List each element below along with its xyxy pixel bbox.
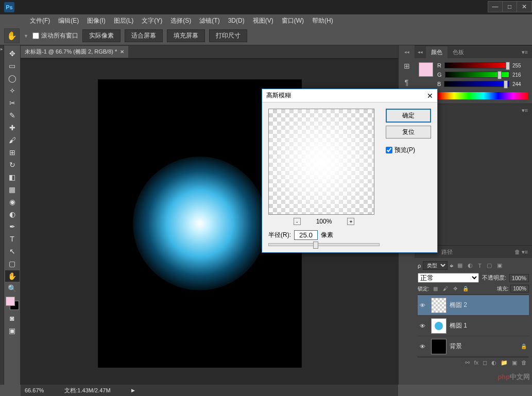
shape-tool[interactable]: ▢ — [5, 258, 20, 269]
menu-select[interactable]: 选择(S) — [166, 16, 195, 25]
menu-layer[interactable]: 图层(L) — [110, 16, 138, 25]
fill-value[interactable]: 100% — [510, 285, 529, 292]
hand-tool-icon[interactable]: ✋ — [4, 28, 20, 43]
ok-button[interactable]: 确定 — [386, 109, 431, 123]
brush-tool[interactable]: 🖌 — [5, 134, 20, 146]
gradient-tool[interactable]: ▦ — [5, 184, 20, 195]
lock-transparent-icon[interactable]: ▦ — [432, 286, 439, 291]
menu-edit[interactable]: 编辑(E) — [54, 16, 83, 25]
trash-icon[interactable]: 🗑 ▾≡ — [510, 249, 532, 255]
color-tab[interactable]: 颜色 — [426, 46, 448, 58]
scroll-all-input[interactable] — [32, 32, 39, 39]
dodge-tool[interactable]: ◐ — [5, 209, 20, 220]
filter-pixel-icon[interactable]: ▦ — [456, 262, 464, 269]
character-icon[interactable]: ¶ — [402, 77, 412, 88]
dropdown-icon[interactable]: ▼ — [24, 33, 28, 39]
zoom-out-icon[interactable]: - — [294, 218, 301, 225]
magic-wand-tool[interactable]: ✧ — [5, 85, 20, 96]
type-tool[interactable]: T — [5, 233, 20, 245]
new-layer-icon[interactable]: ▣ — [512, 359, 517, 366]
menu-type[interactable]: 文字(Y) — [138, 16, 166, 25]
move-tool[interactable]: ✥ — [5, 48, 20, 59]
zoom-in-icon[interactable]: + — [347, 218, 354, 225]
zoom-level[interactable]: 66.67% — [25, 387, 44, 393]
b-value[interactable]: 244 — [512, 81, 528, 87]
dialog-close-icon[interactable]: ✕ — [427, 92, 433, 100]
filter-adjust-icon[interactable]: ◐ — [466, 262, 474, 269]
fit-screen-button[interactable]: 适合屏幕 — [125, 29, 163, 42]
menu-help[interactable]: 帮助(H) — [308, 16, 337, 25]
layer-thumbnail[interactable] — [431, 298, 447, 313]
g-slider[interactable] — [445, 72, 509, 78]
layer-style-icon[interactable]: fx — [474, 359, 478, 366]
color-preview-swatch[interactable] — [419, 62, 433, 77]
filter-shape-icon[interactable]: ▢ — [485, 262, 493, 269]
healing-tool[interactable]: ✚ — [5, 122, 20, 133]
menu-filter[interactable]: 滤镜(T) — [195, 16, 224, 25]
menu-file[interactable]: 文件(F) — [26, 16, 54, 25]
dialog-preview[interactable] — [268, 109, 374, 215]
screen-mode-tool[interactable]: ▣ — [5, 325, 20, 336]
r-slider[interactable] — [444, 62, 509, 68]
adjustment-layer-icon[interactable]: ◐ — [491, 359, 496, 366]
quick-mask-tool[interactable]: ◙ — [5, 313, 20, 324]
layer-thumbnail[interactable] — [431, 339, 447, 354]
scroll-all-windows-checkbox[interactable]: 滚动所有窗口 — [32, 31, 78, 40]
swatches-tab[interactable]: 色板 — [448, 46, 469, 58]
visibility-icon[interactable]: 👁 — [420, 323, 428, 329]
marquee-tool[interactable]: ▭ — [5, 60, 20, 72]
path-select-tool[interactable]: ↖ — [5, 246, 20, 257]
zoom-tool[interactable]: 🔍 — [5, 283, 20, 294]
lock-pixels-icon[interactable]: 🖌 — [441, 286, 450, 291]
b-slider[interactable] — [444, 81, 509, 87]
layer-item[interactable]: 👁 椭圆 2 — [418, 295, 529, 316]
foreground-color[interactable] — [6, 297, 15, 306]
document-tab-close-icon[interactable]: ✕ — [120, 49, 124, 55]
delete-layer-icon[interactable]: 🗑 — [521, 359, 527, 366]
eyedropper-tool[interactable]: ✎ — [5, 110, 20, 121]
menu-image[interactable]: 图像(I) — [83, 16, 109, 25]
lasso-tool[interactable]: ◯ — [5, 73, 20, 84]
dialog-title-bar[interactable]: 高斯模糊 ✕ — [262, 89, 437, 102]
pen-tool[interactable]: ✒ — [5, 221, 20, 232]
lock-all-icon[interactable]: 🔒 — [461, 286, 470, 291]
left-dock-edge[interactable]: ▸ — [0, 45, 4, 385]
close-button[interactable]: ✕ — [517, 2, 531, 12]
stamp-tool[interactable]: ⊞ — [5, 147, 20, 158]
panel-menu-icon[interactable]: ▾≡ — [518, 49, 532, 56]
actual-pixels-button[interactable]: 实际像素 — [82, 29, 121, 42]
preview-checkbox[interactable]: 预览(P) — [386, 146, 431, 154]
status-arrow-icon[interactable]: ▶ — [131, 388, 135, 393]
blur-tool[interactable]: ◉ — [5, 196, 20, 208]
color-swatches[interactable] — [6, 297, 19, 310]
paths-tab[interactable]: 路径 — [436, 246, 458, 258]
menu-view[interactable]: 视图(V) — [249, 16, 278, 25]
panel-menu-icon[interactable]: ▾≡ — [518, 107, 532, 114]
crop-tool[interactable]: ✂ — [5, 97, 20, 109]
fill-screen-button[interactable]: 填充屏幕 — [167, 29, 205, 42]
minimize-button[interactable]: — — [488, 2, 503, 12]
document-tab[interactable]: 未标题-1 @ 66.7% (椭圆 2, RGB/8) * ✕ — [21, 46, 128, 58]
group-icon[interactable]: 📁 — [501, 359, 508, 366]
lock-position-icon[interactable]: ✥ — [452, 286, 459, 291]
opacity-value[interactable]: 100% — [509, 274, 529, 282]
document-info[interactable]: 文档:1.43M/2.47M — [64, 387, 110, 394]
layer-thumbnail[interactable] — [431, 318, 447, 334]
menu-window[interactable]: 窗口(W) — [278, 16, 308, 25]
blend-mode-select[interactable]: 正常 — [418, 273, 479, 283]
histogram-icon[interactable]: ⊞ — [402, 61, 412, 71]
link-layers-icon[interactable]: ⚯ — [465, 359, 470, 366]
radius-input[interactable] — [294, 230, 318, 240]
layer-item[interactable]: 👁 椭圆 1 — [418, 316, 529, 336]
visibility-icon[interactable]: 👁 — [420, 343, 428, 350]
filter-smart-icon[interactable]: ▣ — [495, 262, 504, 269]
history-brush-tool[interactable]: ↻ — [5, 159, 20, 170]
preview-checkbox-input[interactable] — [386, 147, 392, 153]
maximize-button[interactable]: □ — [503, 2, 517, 12]
radius-slider[interactable] — [268, 243, 380, 246]
layer-filter-type[interactable]: 类型 — [423, 261, 448, 270]
print-size-button[interactable]: 打印尺寸 — [209, 29, 247, 42]
layer-item[interactable]: 👁 背景 🔒 — [418, 336, 529, 357]
visibility-icon[interactable]: 👁 — [420, 302, 428, 308]
slider-thumb[interactable] — [313, 242, 318, 249]
